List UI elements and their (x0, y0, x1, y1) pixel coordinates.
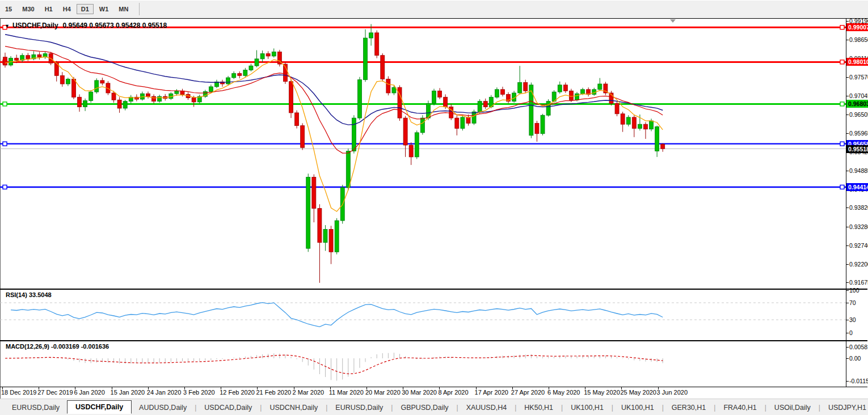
candle-body (357, 80, 361, 118)
date-label: 15 Jan 2020 (111, 389, 145, 396)
candle-body (369, 33, 373, 38)
hline-handle[interactable] (840, 102, 844, 106)
tab-hk50-h1[interactable]: HK50,H1 (517, 401, 561, 414)
candle-body (638, 124, 642, 128)
candle-body (615, 103, 619, 113)
tab-fra40-h1[interactable]: FRA40,H1 (716, 401, 764, 414)
candle-body (381, 56, 385, 79)
panel-separator[interactable] (0, 289, 867, 290)
candle-body (472, 112, 476, 123)
tab-gbpusd-daily[interactable]: GBPUSD,Daily (393, 401, 456, 414)
date-label: 15 May 2020 (584, 389, 620, 396)
tab-ger30-h1[interactable]: GER30,H1 (664, 401, 713, 414)
price-tick-dash (846, 264, 849, 265)
date-label: 27 Dec 2019 (37, 389, 73, 396)
candle-body (71, 79, 75, 97)
price-level-badge: 0.94414 (846, 183, 868, 191)
candle-body (152, 96, 156, 101)
timeframe-button-w1[interactable]: W1 (95, 4, 113, 14)
candle-body (100, 81, 104, 83)
chart-ohlc-values: 0.95649 0.95673 0.95428 0.95518 (63, 22, 167, 29)
tab-audusd-daily[interactable]: AUDUSD,Daily (132, 401, 194, 414)
date-label: 6 Jan 2020 (74, 389, 104, 396)
macd-tick-dash (846, 358, 849, 359)
candle-body (392, 87, 396, 93)
candle-body (661, 144, 665, 149)
candle-body (15, 58, 19, 61)
tabs-container: EURUSD,DailyUSDCHF,DailyAUDUSD,Daily|USD… (5, 401, 868, 414)
price-tick-dash (846, 40, 849, 40)
toolbar-separator (139, 3, 140, 15)
candle-body (438, 91, 442, 97)
candle-body (272, 52, 276, 56)
panel-separator[interactable] (0, 340, 867, 341)
rsi-panel[interactable] (0, 290, 846, 340)
price-tick-dash (846, 133, 849, 134)
candle-body (403, 118, 407, 145)
candle-body (60, 75, 64, 84)
candle-body (569, 91, 573, 100)
macd-tick-label: 0.005818 (849, 344, 868, 350)
candle-body (420, 118, 424, 133)
timeframe-button-15[interactable]: 15 (1, 4, 16, 14)
tab-xauusd-h4[interactable]: XAUUSD,H4 (459, 401, 515, 414)
hline-handle[interactable] (840, 60, 844, 64)
hline-handle[interactable] (840, 185, 844, 189)
tab-usdcnh-daily[interactable]: USDCNH,Daily (262, 401, 325, 414)
price-axis-line (846, 19, 846, 387)
tab-uk100-h1[interactable]: UK100,H1 (614, 401, 661, 414)
tab-usoil-daily[interactable]: USOil,Daily (767, 401, 818, 414)
candle-body (26, 56, 30, 59)
price-tick-dash (846, 96, 849, 96)
candle-body (621, 114, 625, 124)
rsi-tick-label: 0 (849, 329, 853, 336)
candle-body (243, 70, 247, 75)
hline-handle[interactable] (3, 185, 7, 189)
tab-usdchf-daily[interactable]: USDCHF,Daily (67, 400, 132, 414)
candle-body (295, 113, 299, 126)
candle-body (238, 74, 242, 76)
candle-body (415, 133, 419, 157)
macd-label: MACD(12,26,9) -0.003169 -0.001636 (6, 343, 109, 350)
price-tick-dash (846, 282, 849, 283)
candle-body (455, 118, 459, 128)
timeframe-button-h1[interactable]: H1 (40, 4, 57, 14)
hline-handle[interactable] (840, 142, 844, 146)
candle-body (209, 87, 213, 92)
macd-signal-line (5, 355, 663, 374)
candle-body (375, 33, 379, 56)
timeframe-button-mn[interactable]: MN (114, 4, 133, 14)
tab-usdcad-daily[interactable]: USDCAD,Daily (197, 401, 259, 414)
price-tick-label: 0.97045 (849, 92, 868, 99)
timeframe-button-d1[interactable]: D1 (77, 4, 94, 14)
candle-body (249, 66, 253, 70)
tab-uk100-h1[interactable]: UK100,H1 (563, 401, 611, 414)
tab-usdjpy-h1[interactable]: USDJPY,H1 (821, 401, 868, 414)
price-tick-label: 0.94885 (849, 167, 868, 174)
candle-body (301, 126, 305, 148)
tab-eurusd-daily[interactable]: EURUSD,Daily (328, 401, 390, 414)
hline-handle[interactable] (3, 142, 7, 146)
timeframe-button-m30[interactable]: M30 (18, 4, 39, 14)
date-label: 30 Mar 2020 (402, 389, 437, 396)
scroll-position-marker-icon[interactable] (670, 19, 676, 23)
date-label: 18 Dec 2019 (1, 389, 36, 396)
main-price-chart[interactable] (0, 19, 846, 289)
candle-body (495, 90, 499, 97)
candle-body (89, 92, 93, 100)
macd-tick-dash (846, 347, 849, 348)
timeframe-button-h4[interactable]: H4 (58, 4, 75, 14)
chart-dropdown-icon[interactable]: ▼ (5, 23, 10, 29)
price-tick-label: 0.95965 (849, 130, 868, 137)
price-level-badge: 0.98010 (846, 58, 868, 66)
date-label: 3 Feb 2020 (183, 389, 215, 396)
rsi-tick-dash (846, 303, 849, 303)
macd-panel[interactable] (0, 341, 846, 387)
candle-body (529, 85, 533, 135)
date-label: 21 Feb 2020 (256, 389, 291, 396)
candle-body (432, 91, 436, 103)
rsi-tick-label: 30 (849, 316, 856, 323)
tab-eurusd-daily[interactable]: EURUSD,Daily (5, 401, 67, 414)
hline-handle[interactable] (3, 102, 7, 106)
hline-handle[interactable] (840, 26, 844, 29)
